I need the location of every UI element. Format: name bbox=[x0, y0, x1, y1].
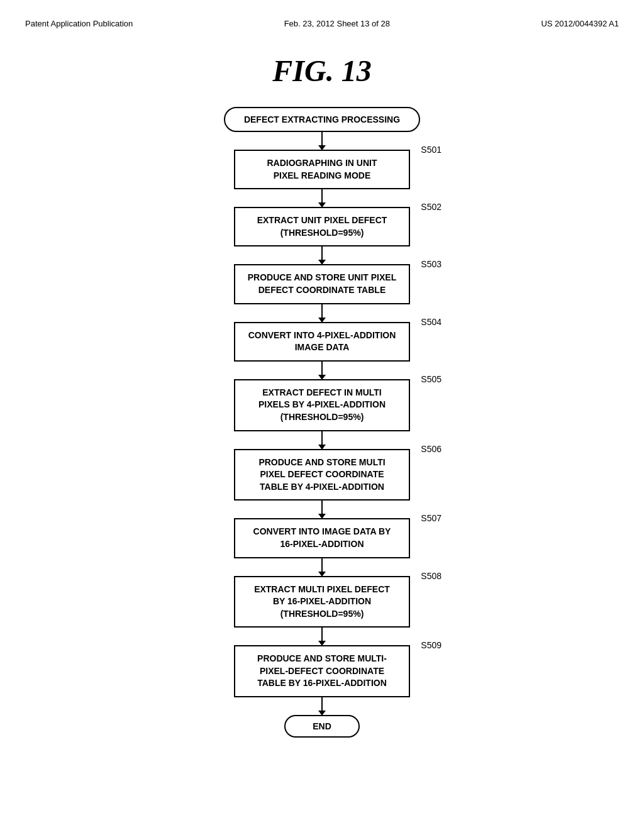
header-middle: Feb. 23, 2012 Sheet 13 of 28 bbox=[284, 19, 390, 28]
step-s501-label: S501 bbox=[421, 145, 441, 155]
arrow-0 bbox=[321, 132, 323, 150]
step-s505-text: EXTRACT DEFECT IN MULTIPIXELS BY 4-PIXEL… bbox=[258, 387, 386, 422]
step-s502-text: EXTRACT UNIT PIXEL DEFECT(THRESHOLD=95%) bbox=[257, 215, 387, 238]
step-s504-wrapper: CONVERT INTO 4-PIXEL-ADDITIONIMAGE DATA … bbox=[190, 322, 454, 362]
step-s502-container: EXTRACT UNIT PIXEL DEFECT(THRESHOLD=95%)… bbox=[177, 207, 467, 246]
step-s505-label: S505 bbox=[421, 374, 441, 384]
step-s509-wrapper: PRODUCE AND STORE MULTI-PIXEL-DEFECT COO… bbox=[190, 645, 454, 697]
step-s503-container: PRODUCE AND STORE UNIT PIXELDEFECT COORD… bbox=[177, 264, 467, 304]
step-s501-box: RADIOGRAPHING IN UNITPIXEL READING MODE bbox=[234, 150, 410, 189]
step-s503-box: PRODUCE AND STORE UNIT PIXELDEFECT COORD… bbox=[234, 264, 410, 304]
step-s506-container: PRODUCE AND STORE MULTIPIXEL DEFECT COOR… bbox=[177, 449, 467, 501]
step-s501-text: RADIOGRAPHING IN UNITPIXEL READING MODE bbox=[267, 158, 377, 180]
step-s506-wrapper: PRODUCE AND STORE MULTIPIXEL DEFECT COOR… bbox=[190, 449, 454, 501]
step-s503-label: S503 bbox=[421, 259, 441, 269]
step-s502-box: EXTRACT UNIT PIXEL DEFECT(THRESHOLD=95%) bbox=[234, 207, 410, 246]
step-s506-box: PRODUCE AND STORE MULTIPIXEL DEFECT COOR… bbox=[234, 449, 410, 501]
step-s508-text: EXTRACT MULTI PIXEL DEFECTBY 16-PIXEL-AD… bbox=[254, 584, 390, 619]
header-right: US 2012/0044392 A1 bbox=[541, 19, 619, 28]
step-s507-wrapper: CONVERT INTO IMAGE DATA BY16-PIXEL-ADDIT… bbox=[190, 518, 454, 558]
step-s504-label: S504 bbox=[421, 317, 441, 327]
arrow-4 bbox=[321, 362, 323, 379]
step-s508-box: EXTRACT MULTI PIXEL DEFECTBY 16-PIXEL-AD… bbox=[234, 576, 410, 628]
step-s509-container: PRODUCE AND STORE MULTI-PIXEL-DEFECT COO… bbox=[177, 645, 467, 697]
step-s507-container: CONVERT INTO IMAGE DATA BY16-PIXEL-ADDIT… bbox=[177, 518, 467, 558]
step-s509-label: S509 bbox=[421, 640, 441, 650]
start-oval: DEFECT EXTRACTING PROCESSING bbox=[224, 107, 420, 132]
header-left: Patent Application Publication bbox=[25, 19, 133, 28]
arrow-5 bbox=[321, 431, 323, 449]
step-s509-box: PRODUCE AND STORE MULTI-PIXEL-DEFECT COO… bbox=[234, 645, 410, 697]
step-s504-container: CONVERT INTO 4-PIXEL-ADDITIONIMAGE DATA … bbox=[177, 322, 467, 362]
figure-title: FIG. 13 bbox=[25, 53, 619, 88]
step-s502-label: S502 bbox=[421, 202, 441, 212]
step-s509-text: PRODUCE AND STORE MULTI-PIXEL-DEFECT COO… bbox=[257, 653, 387, 688]
step-s501-container: RADIOGRAPHING IN UNITPIXEL READING MODE … bbox=[177, 150, 467, 189]
step-s505-wrapper: EXTRACT DEFECT IN MULTIPIXELS BY 4-PIXEL… bbox=[190, 379, 454, 431]
page-header: Patent Application Publication Feb. 23, … bbox=[25, 13, 619, 41]
step-s505-container: EXTRACT DEFECT IN MULTIPIXELS BY 4-PIXEL… bbox=[177, 379, 467, 431]
arrow-3 bbox=[321, 304, 323, 322]
end-oval: END bbox=[284, 715, 360, 738]
end-step: END bbox=[177, 715, 467, 738]
step-s508-container: EXTRACT MULTI PIXEL DEFECTBY 16-PIXEL-AD… bbox=[177, 576, 467, 628]
arrow-6 bbox=[321, 501, 323, 518]
step-s507-box: CONVERT INTO IMAGE DATA BY16-PIXEL-ADDIT… bbox=[234, 518, 410, 558]
flowchart: DEFECT EXTRACTING PROCESSING RADIOGRAPHI… bbox=[177, 107, 467, 738]
step-s504-box: CONVERT INTO 4-PIXEL-ADDITIONIMAGE DATA bbox=[234, 322, 410, 362]
page: Patent Application Publication Feb. 23, … bbox=[0, 0, 644, 830]
step-s503-text: PRODUCE AND STORE UNIT PIXELDEFECT COORD… bbox=[248, 272, 396, 295]
arrow-2 bbox=[321, 246, 323, 264]
step-s505-box: EXTRACT DEFECT IN MULTIPIXELS BY 4-PIXEL… bbox=[234, 379, 410, 431]
step-s506-text: PRODUCE AND STORE MULTIPIXEL DEFECT COOR… bbox=[258, 457, 385, 492]
arrow-8 bbox=[321, 628, 323, 645]
step-s506-label: S506 bbox=[421, 444, 441, 454]
start-step: DEFECT EXTRACTING PROCESSING bbox=[177, 107, 467, 132]
arrow-9 bbox=[321, 697, 323, 715]
step-s501-wrapper: RADIOGRAPHING IN UNITPIXEL READING MODE … bbox=[190, 150, 454, 189]
step-s508-label: S508 bbox=[421, 571, 441, 581]
step-s507-text: CONVERT INTO IMAGE DATA BY16-PIXEL-ADDIT… bbox=[253, 526, 391, 549]
arrow-1 bbox=[321, 189, 323, 207]
step-s508-wrapper: EXTRACT MULTI PIXEL DEFECTBY 16-PIXEL-AD… bbox=[190, 576, 454, 628]
step-s504-text: CONVERT INTO 4-PIXEL-ADDITIONIMAGE DATA bbox=[248, 330, 396, 353]
step-s503-wrapper: PRODUCE AND STORE UNIT PIXELDEFECT COORD… bbox=[190, 264, 454, 304]
arrow-7 bbox=[321, 558, 323, 576]
step-s507-label: S507 bbox=[421, 513, 441, 523]
step-s502-wrapper: EXTRACT UNIT PIXEL DEFECT(THRESHOLD=95%)… bbox=[190, 207, 454, 246]
